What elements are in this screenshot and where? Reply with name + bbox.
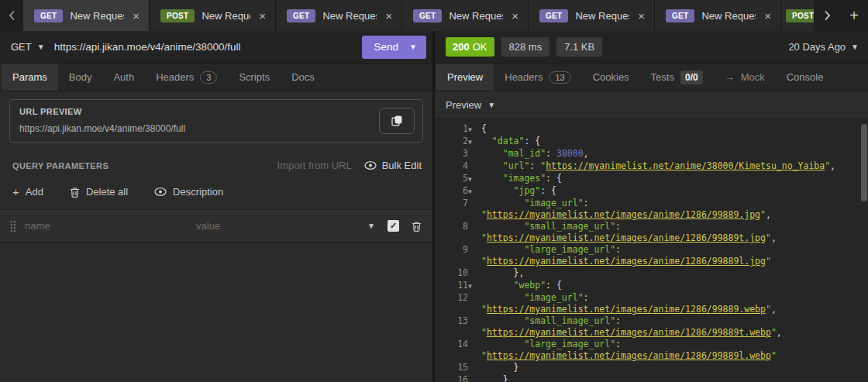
preview-mode-dropdown[interactable]: Preview ▼ [435,91,868,119]
drag-handle-icon[interactable] [6,220,20,232]
json-key: "jpg" [514,185,541,196]
tab-label: Params [12,71,47,83]
json-text [481,244,524,255]
app-window: GETNew Request×POSTNew Request×GETNew Re… [0,0,868,382]
tab-label: Tests [651,71,674,83]
scrollbar-thumb[interactable] [861,124,867,201]
tab-preview[interactable]: Preview [436,64,494,91]
response-meta-bar: 200OK 828 ms 7.1 KB 20 Days Ago ▼ [435,31,868,64]
status-code: 200 [453,41,470,53]
copy-url-button[interactable] [379,108,415,134]
preview-mode-label: Preview [446,99,481,111]
method-badge: GET [34,9,63,22]
tab-headers[interactable]: Headers3 [145,64,228,91]
close-tab-icon[interactable]: × [636,9,646,22]
fold-icon[interactable]: ▼ [468,173,478,185]
tab-body[interactable]: Body [58,64,103,91]
fold-icon[interactable]: ▼ [468,185,478,198]
line-number: 15 [457,362,468,373]
tab-scripts[interactable]: Scripts [228,64,281,91]
delete-param-icon[interactable] [412,221,422,232]
close-tab-icon[interactable]: × [257,9,267,22]
fold-icon[interactable]: ▼ [468,123,478,136]
tab-auth[interactable]: Auth [102,64,145,91]
json-text: : [615,244,621,255]
close-tab-icon[interactable]: × [384,9,394,22]
tab-params[interactable]: Params [2,64,58,91]
json-text: " [481,304,487,315]
request-tab[interactable]: GETNew Request× [529,0,655,31]
url-preview-box: URL PREVIEW https://api.jikan.moe/v4/ani… [9,99,423,143]
json-text: " [481,209,487,220]
param-value-input[interactable] [196,220,363,232]
json-link[interactable]: https://myanimelist.net/images/anime/128… [487,350,771,361]
line-number: 6 [463,185,468,197]
code-content: "small_image_url":"https://myanimelist.n… [478,315,782,339]
send-options-icon[interactable]: ▼ [409,43,417,51]
json-text: " [771,350,777,361]
tab-label: Docs [291,71,315,83]
json-link[interactable]: https://myanimelist.net/images/anime/128… [487,304,766,315]
json-link[interactable]: https://myanimelist.net/images/anime/128… [487,256,766,267]
json-text: " [481,327,487,338]
request-tab[interactable]: GETNew Request× [23,0,150,31]
request-tab[interactable]: POSTNew Request× [150,0,276,31]
request-tab[interactable]: POST [781,0,814,31]
add-param-button[interactable]: + Add [12,185,43,198]
json-number: 38000 [556,148,584,159]
fold-icon[interactable]: ▼ [468,280,478,292]
line-gutter: 14▼ [435,339,478,362]
code-content: "small_image_url":"https://myanimelist.n… [478,221,777,244]
param-name-input[interactable] [25,220,191,232]
json-text: : [584,292,589,303]
count-pill: 3 [200,71,217,84]
import-from-url-button[interactable]: Import from URL [277,160,352,171]
close-tab-icon[interactable]: × [510,9,520,22]
chevron-right-icon [824,10,831,21]
url-input[interactable]: https://api.jikan.moe/v4/anime/38000/ful… [54,41,362,53]
line-gutter: 13▼ [435,315,478,339]
line-gutter: 4▼ [435,160,478,173]
request-tab[interactable]: GETNew Request× [402,0,529,31]
response-history-dropdown[interactable]: 20 Days Ago ▼ [788,41,859,53]
tests-count-badge: 0/0 [680,71,703,84]
line-gutter: 10▼ [435,267,478,280]
json-link[interactable]: https://myanimelist.net/anime/38000/Kime… [546,160,825,171]
param-enabled-checkbox[interactable]: ✓ [388,220,399,232]
json-text [481,160,503,171]
response-time-badge: 828 ms [501,37,550,57]
bulk-edit-button[interactable]: Bulk Edit [364,160,422,171]
line-gutter: 3▼ [435,148,478,160]
line-number: 16 [457,374,468,382]
request-tab[interactable]: GETNew Request× [655,0,781,31]
close-tab-icon[interactable]: × [131,9,141,22]
method-badge: GET [413,9,442,22]
json-link[interactable]: https://myanimelist.net/images/anime/128… [487,327,771,338]
code-line: 1▼{ [435,123,868,136]
response-body-viewer[interactable]: 1▼{2▼ "data": {3▼ "mal_id": 38000,4▼ "ur… [435,119,868,382]
toggle-description-button[interactable]: Description [154,186,223,198]
param-options-icon[interactable]: ▼ [367,222,375,230]
fold-icon[interactable]: ▼ [468,136,478,148]
response-size-badge: 7.1 KB [556,37,602,57]
json-link[interactable]: https://myanimelist.net/images/anime/128… [487,232,766,243]
delete-all-button[interactable]: Delete all [70,186,128,198]
tab-docs[interactable]: Docs [281,64,326,91]
method-badge: GET [666,9,694,22]
method-selector[interactable]: GET ▼ [11,41,45,53]
tab-cookies[interactable]: Cookies [582,64,640,91]
json-text: } [481,362,518,373]
line-number: 3 [463,148,468,160]
back-button[interactable] [0,0,23,31]
tab-headers[interactable]: Headers13 [494,64,581,91]
send-button[interactable]: Send ▼ [362,36,426,59]
request-tab[interactable]: GETNew Request× [276,0,402,31]
tab-tests[interactable]: Tests0/0 [640,64,714,91]
close-tab-icon[interactable]: × [763,9,773,22]
line-number: 12 [457,292,468,304]
tab-mock[interactable]: →Mock [714,64,776,91]
new-tab-button[interactable]: + [840,0,868,31]
tab-overflow-button[interactable] [814,0,840,31]
json-link[interactable]: https://myanimelist.net/images/anime/128… [487,209,760,220]
tab-console[interactable]: Console [776,64,835,91]
